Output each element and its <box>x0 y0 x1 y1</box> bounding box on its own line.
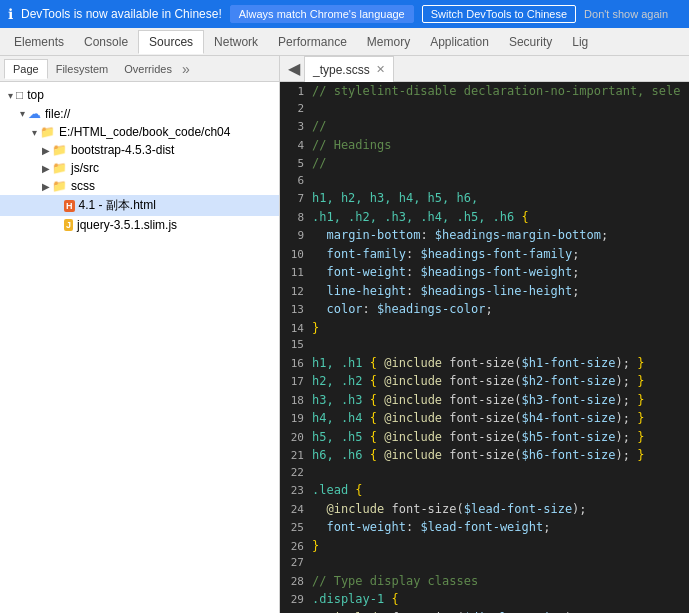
main-tabs: Elements Console Sources Network Perform… <box>0 28 689 56</box>
js-file-icon: J <box>64 219 73 231</box>
code-line: 9 margin-bottom: $headings-margin-bottom… <box>280 226 689 245</box>
code-line: 20 h5, .h5 { @include font-size($h5-font… <box>280 428 689 447</box>
code-line: 25 font-weight: $lead-font-weight; <box>280 518 689 537</box>
arrow-scss: ▶ <box>40 181 52 192</box>
code-line: 16 h1, .h1 { @include font-size($h1-font… <box>280 354 689 373</box>
switch-devtools-button[interactable]: Switch DevTools to Chinese <box>422 5 576 23</box>
code-line: 10 font-family: $headings-font-family; <box>280 245 689 264</box>
code-line: 3 // <box>280 117 689 136</box>
folder-icon-scss: 📁 <box>52 179 67 193</box>
tab-overrides[interactable]: Overrides <box>116 60 180 78</box>
editor-tab-label: _type.scss <box>313 63 370 77</box>
code-editor[interactable]: 1 // stylelint-disable declaration-no-im… <box>280 82 689 613</box>
label-js: jquery-3.5.1.slim.js <box>77 218 177 232</box>
label-top: top <box>27 88 44 102</box>
tree-item-top[interactable]: ▾ □ top <box>0 86 279 104</box>
tab-lig[interactable]: Lig <box>562 31 598 53</box>
code-line: 14 } <box>280 319 689 338</box>
code-line: 27 <box>280 555 689 572</box>
code-line: 15 <box>280 337 689 354</box>
code-line: 23 .lead { <box>280 481 689 500</box>
content-area: Page Filesystem Overrides » ▾ □ top ▾ ☁ … <box>0 56 689 613</box>
code-line: 1 // stylelint-disable declaration-no-im… <box>280 82 689 101</box>
tab-elements[interactable]: Elements <box>4 31 74 53</box>
code-line: 26 } <box>280 537 689 556</box>
arrow-jssrc: ▶ <box>40 163 52 174</box>
info-icon: ℹ <box>8 6 13 22</box>
tree-item-html[interactable]: ▶ H 4.1 - 副本.html <box>0 195 279 216</box>
code-line: 22 <box>280 465 689 482</box>
code-line: 8 .h1, .h2, .h3, .h4, .h5, .h6 { <box>280 208 689 227</box>
arrow-file: ▾ <box>16 108 28 119</box>
html-file-icon: H <box>64 200 75 212</box>
editor-tabs: ◀ _type.scss ✕ <box>280 56 689 82</box>
sidebar-tabs: Page Filesystem Overrides » <box>0 56 279 82</box>
code-line: 30 @include font-size($display1-size); <box>280 609 689 614</box>
tab-performance[interactable]: Performance <box>268 31 357 53</box>
editor-tab-type-scss[interactable]: _type.scss ✕ <box>304 56 394 82</box>
tree-item-bootstrap[interactable]: ▶ 📁 bootstrap-4.5.3-dist <box>0 141 279 159</box>
tab-security[interactable]: Security <box>499 31 562 53</box>
tab-sources[interactable]: Sources <box>138 30 204 54</box>
arrow-ch04: ▾ <box>28 127 40 138</box>
label-jssrc: js/src <box>71 161 99 175</box>
label-bootstrap: bootstrap-4.5.3-dist <box>71 143 174 157</box>
code-line: 11 font-weight: $headings-font-weight; <box>280 263 689 282</box>
tree-item-jssrc[interactable]: ▶ 📁 js/src <box>0 159 279 177</box>
code-line: 29 .display-1 { <box>280 590 689 609</box>
tab-nav-back[interactable]: ◀ <box>284 59 304 78</box>
label-scss: scss <box>71 179 95 193</box>
code-line: 6 <box>280 173 689 190</box>
code-line: 17 h2, .h2 { @include font-size($h2-font… <box>280 372 689 391</box>
code-line: 18 h3, .h3 { @include font-size($h3-font… <box>280 391 689 410</box>
match-language-button[interactable]: Always match Chrome's language <box>230 5 414 23</box>
tree-item-js[interactable]: ▶ J jquery-3.5.1.slim.js <box>0 216 279 234</box>
label-file: file:// <box>45 107 70 121</box>
tab-filesystem[interactable]: Filesystem <box>48 60 117 78</box>
info-bar: ℹ DevTools is now available in Chinese! … <box>0 0 689 28</box>
code-line: 4 // Headings <box>280 136 689 155</box>
tree-item-file[interactable]: ▾ ☁ file:// <box>0 104 279 123</box>
folder-icon-top: □ <box>16 88 23 102</box>
arrow-top: ▾ <box>4 90 16 101</box>
more-tabs-button[interactable]: » <box>182 61 190 77</box>
code-line: 7 h1, h2, h3, h4, h5, h6, <box>280 189 689 208</box>
code-line: 24 @include font-size($lead-font-size); <box>280 500 689 519</box>
cloud-icon: ☁ <box>28 106 41 121</box>
tab-memory[interactable]: Memory <box>357 31 420 53</box>
code-line: 2 <box>280 101 689 118</box>
tab-page[interactable]: Page <box>4 59 48 79</box>
code-line: 28 // Type display classes <box>280 572 689 591</box>
folder-icon-bootstrap: 📁 <box>52 143 67 157</box>
editor-area: ◀ _type.scss ✕ 1 // stylelint-disable de… <box>280 56 689 613</box>
sidebar: Page Filesystem Overrides » ▾ □ top ▾ ☁ … <box>0 56 280 613</box>
file-tree: ▾ □ top ▾ ☁ file:// ▾ 📁 E:/HTML_code/boo… <box>0 82 279 613</box>
tree-item-ch04[interactable]: ▾ 📁 E:/HTML_code/book_code/ch04 <box>0 123 279 141</box>
dont-show-button[interactable]: Don't show again <box>584 8 668 20</box>
code-line: 5 // <box>280 154 689 173</box>
tab-console[interactable]: Console <box>74 31 138 53</box>
folder-icon-jssrc: 📁 <box>52 161 67 175</box>
editor-tab-close[interactable]: ✕ <box>376 63 385 76</box>
code-line: 13 color: $headings-color; <box>280 300 689 319</box>
code-line: 21 h6, .h6 { @include font-size($h6-font… <box>280 446 689 465</box>
tree-item-scss[interactable]: ▶ 📁 scss <box>0 177 279 195</box>
tab-application[interactable]: Application <box>420 31 499 53</box>
arrow-bootstrap: ▶ <box>40 145 52 156</box>
label-html: 4.1 - 副本.html <box>79 197 156 214</box>
tab-network[interactable]: Network <box>204 31 268 53</box>
info-text: DevTools is now available in Chinese! <box>21 7 222 21</box>
label-ch04: E:/HTML_code/book_code/ch04 <box>59 125 230 139</box>
folder-icon-ch04: 📁 <box>40 125 55 139</box>
code-line: 19 h4, .h4 { @include font-size($h4-font… <box>280 409 689 428</box>
code-line: 12 line-height: $headings-line-height; <box>280 282 689 301</box>
